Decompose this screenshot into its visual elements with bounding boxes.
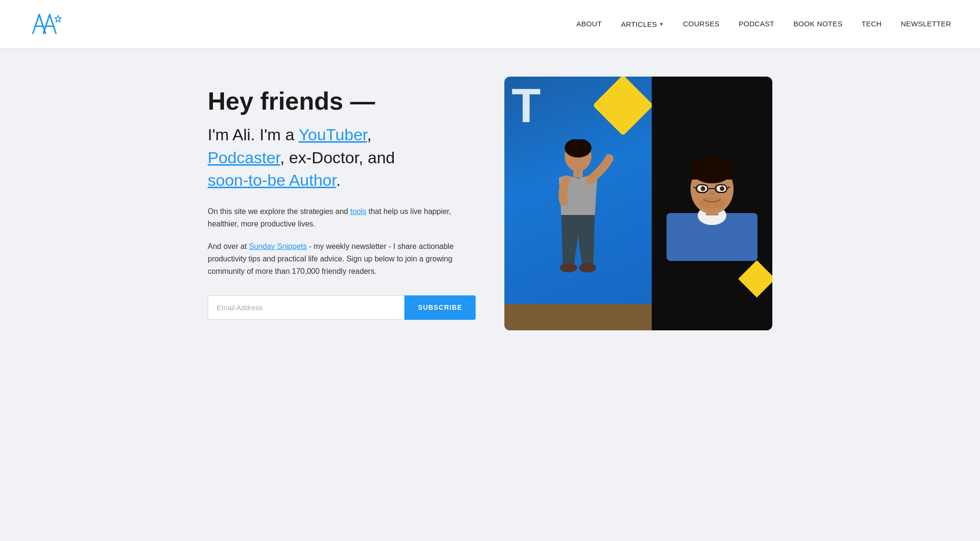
intro-paragraph: I'm Ali. I'm a YouTuber, Podcaster, ex-D… <box>208 124 476 192</box>
sunday-snippets-link[interactable]: Sunday Snippets <box>249 242 307 250</box>
svg-point-13 <box>701 186 705 191</box>
face-portrait-svg <box>667 146 757 261</box>
nav-item-about[interactable]: ABOUT <box>576 20 601 28</box>
desc-text-3: And over at <box>208 242 249 250</box>
svg-point-14 <box>720 186 724 191</box>
desc-text-1: On this site we explore the strategies a… <box>208 207 350 215</box>
nav-item-courses[interactable]: COURSES <box>683 20 719 28</box>
nav-item-newsletter[interactable]: NEWSLETTER <box>901 20 951 28</box>
svg-point-5 <box>577 170 579 173</box>
main-content: Hey friends — I'm Ali. I'm a YouTuber, P… <box>179 48 801 369</box>
stage-scene: T <box>504 77 652 330</box>
nav-item-podcast[interactable]: PODCAST <box>739 20 775 28</box>
yellow-diamond-2 <box>738 260 772 298</box>
nav-link-about[interactable]: ABOUT <box>576 20 601 28</box>
face-scene <box>652 77 772 330</box>
yellow-diamond-1 <box>592 77 653 136</box>
person-silhouette <box>540 139 616 304</box>
intro-comma: , <box>367 125 371 144</box>
newsletter-form: SUBSCRIBE <box>208 295 476 320</box>
nav-link-tech[interactable]: TECH <box>861 20 881 28</box>
description-paragraph-1: On this site we explore the strategies a… <box>208 205 476 231</box>
logo-icon <box>29 10 62 38</box>
youtuber-link[interactable]: YouTuber <box>299 125 367 144</box>
description-paragraph-2: And over at Sunday Snippets - my weekly … <box>208 240 476 278</box>
nav-item-book-notes[interactable]: BOOK NOTES <box>793 20 842 28</box>
page-title: Hey friends — <box>208 87 476 116</box>
email-input[interactable] <box>208 295 404 320</box>
tools-link[interactable]: tools <box>350 207 367 215</box>
svg-point-4 <box>579 263 596 272</box>
hero-text: Hey friends — I'm Ali. I'm a YouTuber, P… <box>208 87 476 320</box>
author-link[interactable]: soon-to-be Author <box>208 171 336 189</box>
person-svg <box>540 139 616 302</box>
chevron-down-icon: ▼ <box>659 22 664 27</box>
hero-image-container: T <box>504 77 772 330</box>
intro-text-prefix: I'm Ali. I'm a <box>208 125 299 144</box>
nav-item-articles[interactable]: ARTICLES ▼ <box>621 20 664 28</box>
nav-link-book-notes[interactable]: BOOK NOTES <box>793 20 842 28</box>
intro-text-mid: , ex-Doctor, and <box>280 148 395 167</box>
nav-link-newsletter[interactable]: NEWSLETTER <box>901 20 951 28</box>
nav-link-articles[interactable]: ARTICLES ▼ <box>621 20 664 28</box>
svg-point-20 <box>699 197 725 208</box>
subscribe-button[interactable]: SUBSCRIBE <box>404 295 476 320</box>
stage-letter-t: T <box>512 81 541 129</box>
podcaster-link[interactable]: Podcaster <box>208 148 280 167</box>
logo[interactable] <box>29 10 62 38</box>
nav-link-courses[interactable]: COURSES <box>683 20 719 28</box>
intro-end: . <box>336 171 340 189</box>
nav-links: ABOUT ARTICLES ▼ COURSES PODCAST BOOK NO… <box>576 20 951 28</box>
navigation: ABOUT ARTICLES ▼ COURSES PODCAST BOOK NO… <box>0 0 980 48</box>
hero-image-area: T <box>504 77 772 330</box>
nav-link-podcast[interactable]: PODCAST <box>739 20 775 28</box>
stage-floor <box>504 304 652 330</box>
svg-point-3 <box>560 263 577 272</box>
nav-item-tech[interactable]: TECH <box>861 20 881 28</box>
